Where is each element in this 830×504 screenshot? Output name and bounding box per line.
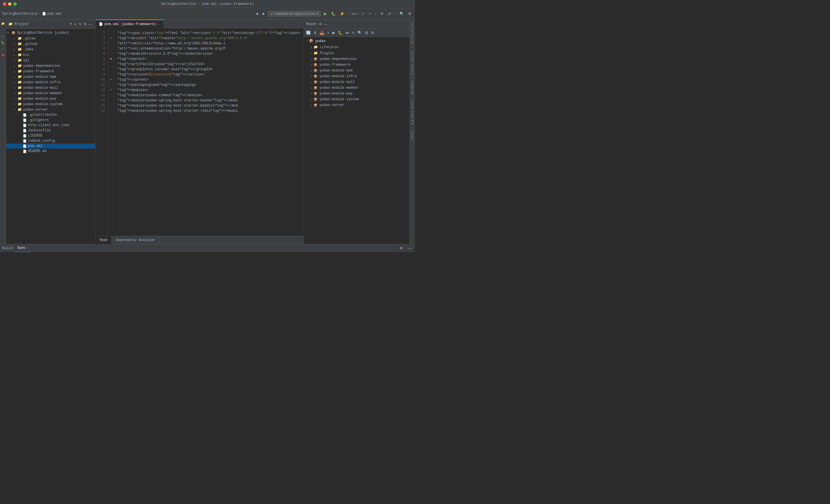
notifications-panel-btn[interactable]: Notifications bbox=[411, 20, 414, 47]
tree-item-yudao-module-mall[interactable]: ▸📁yudao-module-mall bbox=[6, 85, 95, 91]
tree-label: Jenkinsfile bbox=[28, 129, 51, 132]
tree-item-yudao-module-member[interactable]: ▸📁yudao-module-member bbox=[6, 91, 95, 96]
coverage-button[interactable]: ⚡ bbox=[339, 11, 346, 16]
project-icon[interactable]: 📁 bbox=[0, 21, 6, 27]
git-history-btn[interactable]: ⟲ bbox=[379, 11, 384, 16]
maven-search-btn[interactable]: 🔍 bbox=[356, 30, 363, 35]
maven-toggle-btn[interactable]: ≡ bbox=[351, 30, 356, 35]
database-btn[interactable]: Database bbox=[411, 78, 414, 97]
maven-item-yudao[interactable]: ▾📦yudao bbox=[304, 38, 410, 44]
tree-item-lombok-config[interactable]: 📄lombok.config bbox=[6, 138, 95, 143]
build-settings-btn[interactable]: ⚙ bbox=[398, 245, 404, 251]
window-title: SpringBootService – pom.xml (yudao-frame… bbox=[161, 2, 254, 6]
tree-item-yudao-server[interactable]: ▾📁yudao-server bbox=[6, 107, 95, 112]
run-icon[interactable]: ▶ bbox=[0, 33, 6, 39]
fold-icon[interactable]: ▼ bbox=[110, 37, 111, 40]
maven-item-Lifecycle[interactable]: ▸📁Lifecycle bbox=[304, 44, 410, 50]
tab-menu-btn[interactable]: ⋮ bbox=[295, 22, 304, 26]
debug-side-icon[interactable]: 🐛 bbox=[0, 40, 6, 45]
breadcrumb-file[interactable]: pom.xml bbox=[47, 12, 62, 16]
maven-item-yudao-server[interactable]: ▸📦yudao-server bbox=[304, 102, 410, 108]
tree-item-yudao-module-pay[interactable]: ▸📁yudao-module-pay bbox=[6, 96, 95, 101]
maven-item-yudao-framework[interactable]: ▸📦yudao-framework bbox=[304, 62, 410, 68]
minimize-button[interactable] bbox=[8, 2, 11, 6]
tree-item-yudao-dependencies[interactable]: ▸📁yudao-dependencies bbox=[6, 63, 95, 69]
maven-item-yudao-module-mall[interactable]: ▸📦yudao-module-mall bbox=[304, 79, 410, 85]
fold-icon[interactable]: ▼ bbox=[110, 78, 111, 81]
maven-label: Lifecycle bbox=[320, 45, 338, 49]
close-button[interactable] bbox=[3, 2, 6, 6]
tree-item-yudao-module-system[interactable]: ▸📁yudao-module-system bbox=[6, 101, 95, 107]
tree-item--idea[interactable]: ▸📁.idea bbox=[6, 47, 95, 52]
commit-icon[interactable]: ↑ bbox=[0, 27, 6, 33]
build-tab-close[interactable]: ✕ bbox=[27, 246, 29, 250]
tree-item-bin[interactable]: ▸📁bin bbox=[6, 52, 95, 58]
project-dropdown-icon[interactable]: ▼ bbox=[70, 23, 72, 26]
code-content[interactable]: "tag"><span class="tag"><?xml "attr">ver… bbox=[114, 28, 304, 236]
maven-download-btn[interactable]: ⬇ bbox=[312, 30, 318, 35]
maven-gear-btn[interactable]: ⚙ bbox=[318, 22, 323, 26]
tree-label: yudao-module-system bbox=[23, 102, 63, 106]
maven-item-yudao-module-bpm[interactable]: ▸📦yudao-module-bpm bbox=[304, 68, 410, 73]
run-config-selector[interactable]: ☕ YudaoServerApplication ▼ bbox=[268, 11, 321, 16]
search-btn[interactable]: 🔍 bbox=[398, 11, 405, 16]
tree-item-LICENSE[interactable]: 📄LICENSE bbox=[6, 133, 95, 138]
maven-item-yudao-module-member[interactable]: ▸📦yudao-module-member bbox=[304, 85, 410, 91]
build-sync-tab[interactable]: Sync ✕ bbox=[15, 244, 31, 252]
maven-minimize-btn[interactable]: — bbox=[323, 22, 328, 26]
maven-settings-btn[interactable]: ⚙ bbox=[370, 30, 376, 35]
project-gear-btn[interactable]: ⚙ bbox=[83, 22, 87, 26]
tree-item-README-md[interactable]: 📄README.md bbox=[6, 148, 95, 154]
tree-root[interactable]: ▼ 📦 SpringBootService [yudao] bbox=[6, 30, 95, 36]
tree-item-Jenkinsfile[interactable]: 📄Jenkinsfile bbox=[6, 128, 95, 133]
maven-group-btn[interactable]: ⊞ bbox=[364, 30, 369, 35]
maven-item-Plugins[interactable]: ▸📁Plugins bbox=[304, 50, 410, 56]
maximize-button[interactable] bbox=[13, 2, 17, 6]
debug-button[interactable]: 🐛 bbox=[330, 11, 337, 16]
tree-item-yudao-framework[interactable]: ▸📁yudao-framework bbox=[6, 69, 95, 74]
tree-item--gitattributes[interactable]: 📄.gitattributes bbox=[6, 112, 95, 117]
bookmarks-icon[interactable]: 🔖 bbox=[0, 53, 6, 58]
maven-item-yudao-module-system[interactable]: ▸📦yudao-module-system bbox=[304, 97, 410, 102]
breadcrumb-project[interactable]: SpringBootService bbox=[2, 12, 37, 16]
project-minimize-btn[interactable]: — bbox=[88, 22, 93, 26]
maven-download-src-btn[interactable]: 📥 bbox=[318, 30, 325, 35]
settings-btn[interactable]: ⚙ bbox=[407, 11, 413, 16]
git-push-btn[interactable]: ↑ bbox=[374, 11, 378, 16]
tree-item-pom-xml[interactable]: 📄pom.xml bbox=[6, 143, 95, 148]
tree-item-http-client-env-json[interactable]: 📄http-client.env.json bbox=[6, 123, 95, 128]
maven-side-btn[interactable]: Maven bbox=[411, 129, 414, 142]
maven-item-yudao-module-infra[interactable]: ▸📦yudao-module-infra bbox=[304, 73, 410, 79]
bottom-tab-dependency[interactable]: Dependency Analyzer bbox=[112, 236, 160, 244]
maven-item-yudao-module-pay[interactable]: ▸📦yudao-module-pay bbox=[304, 91, 410, 97]
git-branch-btn[interactable]: ⎇ bbox=[386, 11, 392, 16]
structure-icon[interactable]: ≡ bbox=[0, 46, 6, 52]
tree-item-yudao-module-bpm[interactable]: ▸📁yudao-module-bpm bbox=[6, 74, 95, 79]
project-sort-btn[interactable]: ⇅ bbox=[78, 22, 82, 26]
fold-icon[interactable]: ▼ bbox=[110, 89, 111, 92]
tree-item-sql[interactable]: ▸📁sql bbox=[6, 58, 95, 63]
build-close-btn[interactable]: — bbox=[407, 245, 413, 251]
maven-add-btn[interactable]: + bbox=[326, 30, 330, 35]
code-line-15: "tag"><module>yudao-spring-boot-starter-… bbox=[118, 103, 300, 108]
maven-item-yudao-dependencies[interactable]: ▸📦yudao-dependencies bbox=[304, 56, 410, 62]
navigate-forward-btn[interactable]: ▶ bbox=[261, 11, 266, 16]
tree-item--gitignore[interactable]: 📄.gitignore bbox=[6, 117, 95, 123]
run-button[interactable]: ▶ bbox=[322, 10, 328, 17]
navigate-back-btn[interactable]: ◀ bbox=[254, 11, 259, 16]
tab-close-btn[interactable]: ✕ bbox=[158, 23, 160, 26]
maven-run-btn[interactable]: ▶ bbox=[331, 30, 336, 35]
maven-debug-run-btn[interactable]: 🐛 bbox=[337, 30, 344, 35]
github-copilot-btn[interactable]: GitHub Copilot bbox=[411, 48, 414, 77]
maven-skip-btn[interactable]: ⏭ bbox=[344, 30, 350, 35]
editor-tab-pom[interactable]: 📄 pom.xml (yudao-framework) ✕ bbox=[95, 20, 164, 28]
tree-item--github[interactable]: ▸📁.github bbox=[6, 41, 95, 47]
git-commit-btn[interactable]: ✓ bbox=[367, 11, 373, 16]
maven-reload-btn[interactable]: 🔄 bbox=[305, 30, 312, 35]
git-update-btn[interactable]: ✓ bbox=[360, 11, 366, 16]
bottom-tab-text[interactable]: Text bbox=[95, 236, 112, 244]
tree-item--gitee[interactable]: ▸📁.gitee bbox=[6, 36, 95, 41]
big-data-tools-btn[interactable]: Big Data Tools bbox=[411, 98, 414, 127]
tree-item-yudao-module-infra[interactable]: ▸📁yudao-module-infra bbox=[6, 79, 95, 85]
project-collapse-btn[interactable]: ≡ bbox=[73, 22, 77, 26]
